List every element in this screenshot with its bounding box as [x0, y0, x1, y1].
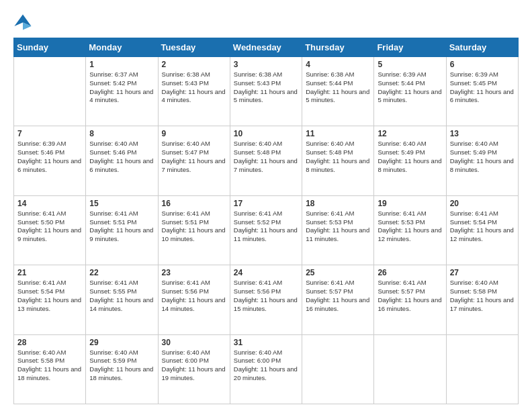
calendar-cell: 24Sunrise: 6:41 AMSunset: 5:56 PMDayligh… — [230, 265, 302, 334]
calendar-cell: 19Sunrise: 6:41 AMSunset: 5:53 PMDayligh… — [374, 195, 446, 265]
calendar-cell: 27Sunrise: 6:40 AMSunset: 5:58 PMDayligh… — [446, 265, 518, 334]
calendar-week-row: 1Sunrise: 6:37 AMSunset: 5:42 PMDaylight… — [14, 57, 519, 126]
day-header-sunday: Sunday — [14, 38, 86, 57]
calendar-week-row: 7Sunrise: 6:39 AMSunset: 5:46 PMDaylight… — [14, 126, 519, 195]
day-info: Sunrise: 6:41 AMSunset: 5:54 PMDaylight:… — [17, 279, 82, 313]
logo-icon — [13, 12, 32, 31]
day-number: 5 — [378, 60, 442, 69]
header — [13, 12, 519, 31]
day-info: Sunrise: 6:37 AMSunset: 5:42 PMDaylight:… — [89, 71, 154, 105]
calendar-cell: 17Sunrise: 6:41 AMSunset: 5:52 PMDayligh… — [230, 195, 302, 265]
day-info: Sunrise: 6:40 AMSunset: 5:49 PMDaylight:… — [378, 140, 442, 174]
day-number: 10 — [234, 129, 298, 138]
calendar-cell: 1Sunrise: 6:37 AMSunset: 5:42 PMDaylight… — [86, 57, 158, 126]
day-number: 21 — [17, 268, 82, 277]
day-number: 23 — [162, 268, 226, 277]
calendar-cell — [302, 334, 374, 404]
day-info: Sunrise: 6:41 AMSunset: 5:55 PMDaylight:… — [89, 279, 154, 313]
day-number: 29 — [89, 338, 154, 347]
day-info: Sunrise: 6:38 AMSunset: 5:43 PMDaylight:… — [162, 71, 226, 105]
calendar-cell: 25Sunrise: 6:41 AMSunset: 5:57 PMDayligh… — [302, 265, 374, 334]
calendar-week-row: 28Sunrise: 6:40 AMSunset: 5:58 PMDayligh… — [14, 334, 519, 404]
day-number: 6 — [450, 60, 515, 69]
day-info: Sunrise: 6:40 AMSunset: 6:00 PMDaylight:… — [234, 349, 298, 383]
calendar-cell: 23Sunrise: 6:41 AMSunset: 5:56 PMDayligh… — [158, 265, 230, 334]
calendar-cell: 16Sunrise: 6:41 AMSunset: 5:51 PMDayligh… — [158, 195, 230, 265]
day-number: 17 — [234, 199, 298, 208]
day-info: Sunrise: 6:40 AMSunset: 6:00 PMDaylight:… — [162, 349, 226, 383]
calendar-cell: 14Sunrise: 6:41 AMSunset: 5:50 PMDayligh… — [14, 195, 86, 265]
page: SundayMondayTuesdayWednesdayThursdayFrid… — [0, 0, 532, 411]
day-info: Sunrise: 6:40 AMSunset: 5:47 PMDaylight:… — [162, 140, 226, 174]
day-info: Sunrise: 6:39 AMSunset: 5:45 PMDaylight:… — [450, 71, 515, 105]
day-number: 20 — [450, 199, 515, 208]
logo — [13, 12, 35, 31]
day-number: 9 — [162, 129, 226, 138]
day-info: Sunrise: 6:40 AMSunset: 5:58 PMDaylight:… — [450, 279, 515, 313]
day-info: Sunrise: 6:41 AMSunset: 5:51 PMDaylight:… — [89, 210, 154, 244]
day-number: 7 — [17, 129, 82, 138]
calendar-cell: 8Sunrise: 6:40 AMSunset: 5:46 PMDaylight… — [86, 126, 158, 195]
day-number: 19 — [378, 199, 442, 208]
day-number: 11 — [306, 129, 370, 138]
calendar-cell: 10Sunrise: 6:40 AMSunset: 5:48 PMDayligh… — [230, 126, 302, 195]
day-number: 14 — [17, 199, 82, 208]
day-info: Sunrise: 6:40 AMSunset: 5:46 PMDaylight:… — [89, 140, 154, 174]
calendar-cell: 5Sunrise: 6:39 AMSunset: 5:44 PMDaylight… — [374, 57, 446, 126]
day-info: Sunrise: 6:41 AMSunset: 5:56 PMDaylight:… — [234, 279, 298, 313]
day-number: 27 — [450, 268, 515, 277]
day-info: Sunrise: 6:41 AMSunset: 5:57 PMDaylight:… — [378, 279, 442, 313]
day-info: Sunrise: 6:41 AMSunset: 5:50 PMDaylight:… — [17, 210, 82, 244]
calendar: SundayMondayTuesdayWednesdayThursdayFrid… — [13, 38, 519, 404]
calendar-cell: 3Sunrise: 6:38 AMSunset: 5:43 PMDaylight… — [230, 57, 302, 126]
day-number: 28 — [17, 338, 82, 347]
day-info: Sunrise: 6:41 AMSunset: 5:57 PMDaylight:… — [306, 279, 370, 313]
day-info: Sunrise: 6:41 AMSunset: 5:51 PMDaylight:… — [162, 210, 226, 244]
day-number: 26 — [378, 268, 442, 277]
day-number: 13 — [450, 129, 515, 138]
day-info: Sunrise: 6:39 AMSunset: 5:44 PMDaylight:… — [378, 71, 442, 105]
calendar-cell: 29Sunrise: 6:40 AMSunset: 5:59 PMDayligh… — [86, 334, 158, 404]
day-number: 1 — [89, 60, 154, 69]
calendar-cell: 2Sunrise: 6:38 AMSunset: 5:43 PMDaylight… — [158, 57, 230, 126]
day-info: Sunrise: 6:41 AMSunset: 5:53 PMDaylight:… — [378, 210, 442, 244]
day-header-monday: Monday — [86, 38, 158, 57]
calendar-cell: 28Sunrise: 6:40 AMSunset: 5:58 PMDayligh… — [14, 334, 86, 404]
day-header-saturday: Saturday — [446, 38, 518, 57]
day-number: 22 — [89, 268, 154, 277]
calendar-cell: 21Sunrise: 6:41 AMSunset: 5:54 PMDayligh… — [14, 265, 86, 334]
day-number: 18 — [306, 199, 370, 208]
day-info: Sunrise: 6:41 AMSunset: 5:52 PMDaylight:… — [234, 210, 298, 244]
calendar-cell: 7Sunrise: 6:39 AMSunset: 5:46 PMDaylight… — [14, 126, 86, 195]
calendar-header-row: SundayMondayTuesdayWednesdayThursdayFrid… — [14, 38, 519, 57]
day-info: Sunrise: 6:40 AMSunset: 5:48 PMDaylight:… — [234, 140, 298, 174]
day-header-tuesday: Tuesday — [158, 38, 230, 57]
day-info: Sunrise: 6:40 AMSunset: 5:59 PMDaylight:… — [89, 349, 154, 383]
day-number: 16 — [162, 199, 226, 208]
day-info: Sunrise: 6:40 AMSunset: 5:49 PMDaylight:… — [450, 140, 515, 174]
day-info: Sunrise: 6:41 AMSunset: 5:53 PMDaylight:… — [306, 210, 370, 244]
day-number: 12 — [378, 129, 442, 138]
calendar-cell — [446, 334, 518, 404]
calendar-cell: 9Sunrise: 6:40 AMSunset: 5:47 PMDaylight… — [158, 126, 230, 195]
day-info: Sunrise: 6:38 AMSunset: 5:43 PMDaylight:… — [234, 71, 298, 105]
calendar-cell: 22Sunrise: 6:41 AMSunset: 5:55 PMDayligh… — [86, 265, 158, 334]
day-number: 4 — [306, 60, 370, 69]
day-info: Sunrise: 6:40 AMSunset: 5:48 PMDaylight:… — [306, 140, 370, 174]
calendar-cell: 26Sunrise: 6:41 AMSunset: 5:57 PMDayligh… — [374, 265, 446, 334]
calendar-cell: 11Sunrise: 6:40 AMSunset: 5:48 PMDayligh… — [302, 126, 374, 195]
day-info: Sunrise: 6:38 AMSunset: 5:44 PMDaylight:… — [306, 71, 370, 105]
calendar-cell: 4Sunrise: 6:38 AMSunset: 5:44 PMDaylight… — [302, 57, 374, 126]
day-number: 15 — [89, 199, 154, 208]
calendar-week-row: 14Sunrise: 6:41 AMSunset: 5:50 PMDayligh… — [14, 195, 519, 265]
day-number: 2 — [162, 60, 226, 69]
day-number: 30 — [162, 338, 226, 347]
day-header-wednesday: Wednesday — [230, 38, 302, 57]
day-number: 8 — [89, 129, 154, 138]
day-info: Sunrise: 6:41 AMSunset: 5:54 PMDaylight:… — [450, 210, 515, 244]
day-header-thursday: Thursday — [302, 38, 374, 57]
calendar-cell — [374, 334, 446, 404]
calendar-cell — [14, 57, 86, 126]
calendar-cell: 18Sunrise: 6:41 AMSunset: 5:53 PMDayligh… — [302, 195, 374, 265]
calendar-cell: 12Sunrise: 6:40 AMSunset: 5:49 PMDayligh… — [374, 126, 446, 195]
